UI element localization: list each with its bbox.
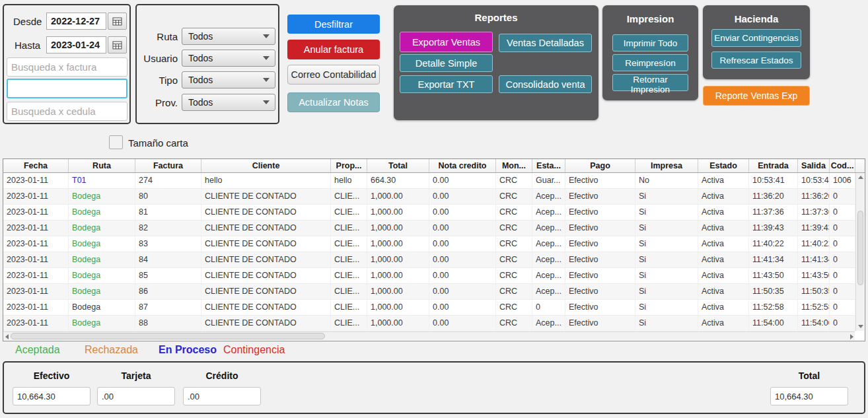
cell-entrada: 11:43:50: [749, 268, 798, 283]
exportar-txt-button[interactable]: Exportar TXT: [400, 75, 493, 93]
cell-mon: CRC: [496, 252, 532, 267]
tipo-label: Tipo: [159, 75, 178, 86]
cell-salida: 11:50:35: [798, 284, 830, 299]
column-header-prop[interactable]: Prop...: [331, 159, 367, 172]
cell-factura: 85: [135, 268, 201, 283]
cell-salida: 11:36:20: [798, 189, 830, 204]
consolidado-venta-button[interactable]: Consolidado venta: [499, 75, 592, 93]
column-header-ruta[interactable]: Ruta: [69, 159, 135, 172]
cell-estado: Activa: [698, 300, 749, 315]
cell-ruta: Bodega: [69, 205, 135, 220]
exportar-ventas-button[interactable]: Exportar Ventas: [400, 32, 493, 52]
legend-contingencia[interactable]: Contingencia: [223, 344, 285, 356]
cell-cliente: CLIENTE DE CONTADO: [201, 300, 331, 315]
cell-pago: Efectivo: [565, 300, 635, 315]
vertical-scrollbar-thumb[interactable]: [857, 211, 863, 285]
column-header-factura[interactable]: Factura: [135, 159, 201, 172]
legend-en-proceso[interactable]: En Proceso: [159, 344, 217, 356]
detalle-simple-button[interactable]: Detalle Simple: [400, 54, 493, 72]
desfiltrar-button[interactable]: Desfiltrar: [287, 15, 380, 34]
credito-total-input[interactable]: [183, 387, 261, 405]
column-header-mon[interactable]: Mon...: [496, 159, 532, 172]
column-header-total[interactable]: Total: [367, 159, 429, 172]
cell-esta: Acep...: [532, 221, 565, 236]
refrescar-estados-button[interactable]: Refrescar Estados: [711, 52, 801, 69]
imprimir-todo-button[interactable]: Imprimir Todo: [612, 34, 688, 52]
cell-cliente: CLIENTE DE CONTADO: [201, 221, 331, 236]
anular-factura-button[interactable]: Anular factura: [287, 40, 380, 59]
column-header-fecha[interactable]: Fecha: [3, 159, 69, 172]
cell-impresa: Si: [635, 284, 698, 299]
actualizar-notas-button[interactable]: Actualizar Notas: [287, 92, 380, 112]
vertical-scrollbar[interactable]: [855, 173, 864, 331]
tarjeta-total-input[interactable]: [97, 387, 175, 405]
column-header-salida[interactable]: Salida: [798, 159, 830, 172]
column-header-pago[interactable]: Pago: [565, 159, 635, 172]
column-header-cod[interactable]: Cod...: [830, 159, 855, 172]
column-header-nota[interactable]: Nota credito: [429, 159, 496, 172]
enviar-contingencias-button[interactable]: Enviar Contingencias: [711, 29, 801, 47]
cell-pago: Efectivo: [565, 268, 635, 283]
column-header-estado[interactable]: Estado: [698, 159, 749, 172]
cell-prop: CLIE...: [331, 205, 367, 220]
table-row[interactable]: 2023-01-11Bodega81CLIENTE DE CONTADOCLIE…: [3, 205, 855, 221]
chevron-down-icon: [263, 78, 270, 82]
usuario-select[interactable]: Todos: [182, 50, 275, 67]
desde-calendar-button[interactable]: [108, 13, 127, 30]
cell-fecha: 2023-01-11: [3, 252, 69, 267]
scroll-down-icon[interactable]: [858, 325, 863, 328]
table-row[interactable]: 2023-01-11Bodega85CLIENTE DE CONTADOCLIE…: [3, 268, 855, 284]
search-active-input[interactable]: [7, 79, 127, 98]
scroll-left-icon[interactable]: [5, 334, 9, 339]
desde-date-input[interactable]: [46, 13, 106, 30]
reimpresion-button[interactable]: Reimpresíon: [612, 54, 688, 71]
retornar-impresion-button[interactable]: Retornar Impresion: [612, 74, 688, 91]
cell-total: 1,000.00: [367, 205, 429, 220]
table-row[interactable]: 2023-01-11T01274hellohello664.300.00CRCG…: [3, 173, 855, 189]
table-row[interactable]: 2023-01-11Bodega88CLIENTE DE CONTADOCLIE…: [3, 316, 855, 331]
reporte-ventas-exp-button[interactable]: Reporte Ventas Exp: [703, 86, 810, 106]
ruta-select[interactable]: Todos: [182, 28, 275, 45]
table-row[interactable]: 2023-01-11Bodega86CLIENTE DE CONTADOCLIE…: [3, 284, 855, 300]
table-row[interactable]: 2023-01-11Bodega84CLIENTE DE CONTADOCLIE…: [3, 252, 855, 268]
legend-rechazada[interactable]: Rechazada: [85, 344, 138, 356]
horizontal-scrollbar[interactable]: [4, 331, 855, 340]
cell-pago: Efectivo: [565, 205, 635, 220]
cell-total: 1,000.00: [367, 236, 429, 252]
cell-total: 1,000.00: [367, 284, 429, 299]
table-row[interactable]: 2023-01-11Bodega87CLIENTE DE CONTADOCLIE…: [3, 300, 855, 316]
hacienda-panel: Hacienda Enviar Contingencias Refrescar …: [703, 5, 810, 79]
column-header-entrada[interactable]: Entrada: [749, 159, 798, 172]
search-cedula-input[interactable]: [7, 102, 127, 121]
scroll-up-icon[interactable]: [858, 176, 863, 179]
column-header-esta[interactable]: Esta...: [532, 159, 565, 172]
column-header-cliente[interactable]: Cliente: [201, 159, 331, 172]
table-row[interactable]: 2023-01-11Bodega82CLIENTE DE CONTADOCLIE…: [3, 221, 855, 236]
column-header-impresa[interactable]: Impresa: [635, 159, 698, 172]
cell-prop: CLIE...: [331, 221, 367, 236]
correo-contabilidad-button[interactable]: Correo Contabilidad: [287, 65, 380, 85]
prov-select[interactable]: Todos: [182, 94, 275, 111]
hasta-calendar-button[interactable]: [108, 36, 127, 53]
cell-estado: Activa: [698, 221, 749, 236]
efectivo-total-input[interactable]: [13, 387, 90, 405]
grand-total-input[interactable]: [770, 387, 848, 405]
search-factura-input[interactable]: [7, 57, 127, 77]
cell-factura: 84: [135, 252, 201, 267]
total-label: Total: [770, 370, 848, 381]
hasta-date-input[interactable]: [46, 36, 106, 53]
table-row[interactable]: 2023-01-11Bodega80CLIENTE DE CONTADOCLIE…: [3, 189, 855, 205]
cell-cod: 0: [830, 221, 855, 236]
horizontal-scrollbar-thumb[interactable]: [11, 333, 325, 339]
legend-aceptada[interactable]: Aceptada: [15, 344, 60, 356]
scroll-right-icon[interactable]: [850, 334, 853, 339]
cell-ruta: Bodega: [69, 284, 135, 299]
table-row[interactable]: 2023-01-11Bodega83CLIENTE DE CONTADOCLIE…: [3, 236, 855, 252]
ventas-detalladas-button[interactable]: Ventas Detalladas: [499, 34, 592, 52]
cell-mon: CRC: [496, 236, 532, 252]
tipo-select[interactable]: Todos: [182, 71, 275, 88]
cell-nota: 0.00: [429, 221, 496, 236]
cell-pago: Efectivo: [565, 316, 635, 331]
cell-prop: CLIE...: [331, 316, 367, 331]
tamano-carta-checkbox[interactable]: [109, 135, 123, 149]
